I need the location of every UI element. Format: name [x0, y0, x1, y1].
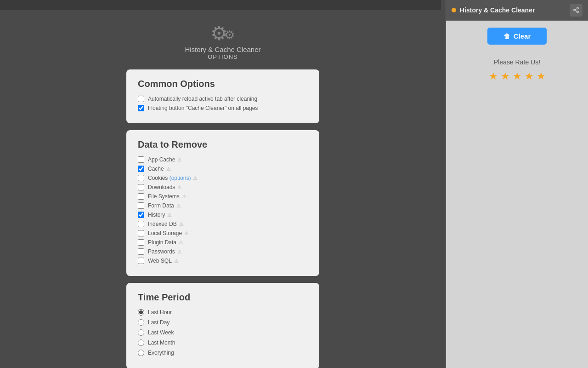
- history-checkbox[interactable]: [138, 212, 144, 218]
- common-options-card: Common Options Automatically reload acti…: [126, 69, 319, 123]
- last-week-label: Last Week: [148, 329, 174, 336]
- rate-us-section: Please Rate Us! ★ ★ ★ ★ ★: [489, 58, 546, 82]
- gear-icon-container: ⚙ ⚙: [210, 24, 235, 43]
- svg-line-3: [575, 11, 577, 12]
- plugin-data-item[interactable]: Plugin Data ⚠: [138, 239, 308, 246]
- passwords-item[interactable]: Passwords ⚠: [138, 248, 308, 255]
- downloads-label: Downloads: [148, 184, 175, 190]
- auto-reload-checkbox[interactable]: [138, 96, 144, 102]
- cache-checkbox[interactable]: [138, 166, 144, 172]
- star-5[interactable]: ★: [537, 70, 546, 82]
- file-systems-checkbox[interactable]: [138, 193, 144, 200]
- auto-reload-label: Automatically reload active tab after cl…: [148, 96, 257, 102]
- floating-button-checkbox[interactable]: [138, 105, 144, 111]
- plugin-data-warning-icon: ⚠: [179, 240, 183, 246]
- local-storage-label: Local Storage: [148, 230, 182, 236]
- indexed-db-checkbox[interactable]: [138, 221, 144, 227]
- main-content: ⚙ ⚙ History & Cache Cleaner OPTIONS Comm…: [0, 10, 446, 368]
- auto-reload-checkbox-item[interactable]: Automatically reload active tab after cl…: [138, 96, 308, 102]
- cache-label: Cache: [148, 166, 164, 172]
- last-hour-radio[interactable]: [138, 309, 144, 316]
- cache-warning-icon: ⚠: [166, 166, 171, 172]
- last-day-radio[interactable]: [138, 319, 144, 326]
- time-period-title: Time Period: [138, 292, 308, 303]
- web-sql-label: Web SQL: [148, 258, 172, 264]
- web-sql-checkbox[interactable]: [138, 258, 144, 264]
- local-storage-checkbox[interactable]: [138, 230, 144, 236]
- app-cache-label: App Cache: [148, 156, 175, 163]
- passwords-warning-icon: ⚠: [177, 249, 182, 255]
- indexed-db-item[interactable]: Indexed DB ⚠: [138, 221, 308, 227]
- time-period-card: Time Period Last Hour Last Day Last Week…: [126, 283, 319, 368]
- file-systems-warning-icon: ⚠: [182, 194, 187, 200]
- everything-radio[interactable]: [138, 350, 144, 356]
- data-to-remove-card: Data to Remove App Cache ⚠ Cache ⚠ Cooki…: [126, 130, 319, 276]
- web-sql-item[interactable]: Web SQL ⚠: [138, 258, 308, 264]
- app-header: ⚙ ⚙ History & Cache Cleaner OPTIONS: [185, 24, 260, 60]
- sidebar-header: History & Cache Cleaner: [446, 0, 588, 21]
- common-options-title: Common Options: [138, 79, 308, 89]
- cookies-checkbox[interactable]: [138, 175, 144, 181]
- last-week-item[interactable]: Last Week: [138, 329, 308, 336]
- clear-button-label: Clear: [514, 32, 531, 40]
- cookies-options-link[interactable]: (options): [170, 175, 191, 181]
- form-data-item[interactable]: Form Data ⚠: [138, 202, 308, 209]
- file-systems-item[interactable]: File Systems ⚠: [138, 193, 308, 200]
- svg-point-1: [574, 9, 576, 11]
- gear-small-icon: ⚙: [224, 28, 235, 42]
- downloads-checkbox[interactable]: [138, 184, 144, 190]
- last-month-radio[interactable]: [138, 339, 144, 346]
- sidebar-title: History & Cache Cleaner: [460, 6, 535, 14]
- everything-label: Everything: [148, 350, 174, 356]
- last-hour-label: Last Hour: [148, 309, 172, 316]
- cookies-item[interactable]: Cookies (options) ⚠: [138, 175, 308, 181]
- sidebar-dot-icon: [452, 8, 456, 12]
- downloads-item[interactable]: Downloads ⚠: [138, 184, 308, 190]
- svg-line-4: [575, 9, 577, 10]
- top-bar: [0, 0, 441, 10]
- local-storage-item[interactable]: Local Storage ⚠: [138, 230, 308, 236]
- app-cache-item[interactable]: App Cache ⚠: [138, 156, 308, 163]
- local-storage-warning-icon: ⚠: [184, 230, 189, 236]
- passwords-checkbox[interactable]: [138, 248, 144, 255]
- share-button[interactable]: [570, 4, 582, 17]
- sidebar-body: 🗑 Clear Please Rate Us! ★ ★ ★ ★ ★: [446, 21, 588, 368]
- plugin-data-label: Plugin Data: [148, 239, 176, 246]
- file-systems-label: File Systems: [148, 193, 180, 200]
- plugin-data-checkbox[interactable]: [138, 239, 144, 246]
- form-data-checkbox[interactable]: [138, 202, 144, 209]
- sidebar-header-left: History & Cache Cleaner: [452, 6, 535, 14]
- app-cache-checkbox[interactable]: [138, 156, 144, 163]
- passwords-label: Passwords: [148, 248, 175, 255]
- last-day-label: Last Day: [148, 319, 170, 326]
- cookies-label: Cookies: [148, 175, 168, 181]
- sidebar-panel: History & Cache Cleaner 🗑 Clear Please R…: [446, 0, 588, 368]
- last-month-item[interactable]: Last Month: [138, 339, 308, 346]
- star-3[interactable]: ★: [513, 70, 522, 82]
- everything-item[interactable]: Everything: [138, 350, 308, 356]
- data-to-remove-title: Data to Remove: [138, 139, 308, 150]
- trash-icon: 🗑: [503, 33, 510, 40]
- star-4[interactable]: ★: [525, 70, 534, 82]
- cache-item[interactable]: Cache ⚠: [138, 166, 308, 172]
- last-month-label: Last Month: [148, 339, 175, 346]
- stars-container: ★ ★ ★ ★ ★: [489, 70, 546, 82]
- floating-button-checkbox-item[interactable]: Floating button "Cache Cleaner" on all p…: [138, 105, 308, 111]
- cookies-warning-icon: ⚠: [193, 175, 198, 181]
- history-item[interactable]: History ⚠: [138, 212, 308, 218]
- clear-button[interactable]: 🗑 Clear: [487, 28, 547, 45]
- star-1[interactable]: ★: [489, 70, 498, 82]
- rate-us-text: Please Rate Us!: [494, 58, 540, 66]
- last-hour-item[interactable]: Last Hour: [138, 309, 308, 316]
- last-week-radio[interactable]: [138, 329, 144, 336]
- last-day-item[interactable]: Last Day: [138, 319, 308, 326]
- indexed-db-warning-icon: ⚠: [179, 221, 184, 227]
- web-sql-warning-icon: ⚠: [174, 258, 179, 264]
- app-subtitle: OPTIONS: [208, 53, 238, 60]
- downloads-warning-icon: ⚠: [177, 184, 182, 190]
- history-label: History: [148, 212, 165, 218]
- form-data-warning-icon: ⚠: [176, 203, 181, 209]
- svg-point-2: [577, 11, 579, 13]
- star-2[interactable]: ★: [501, 70, 510, 82]
- app-cache-warning-icon: ⚠: [177, 157, 182, 163]
